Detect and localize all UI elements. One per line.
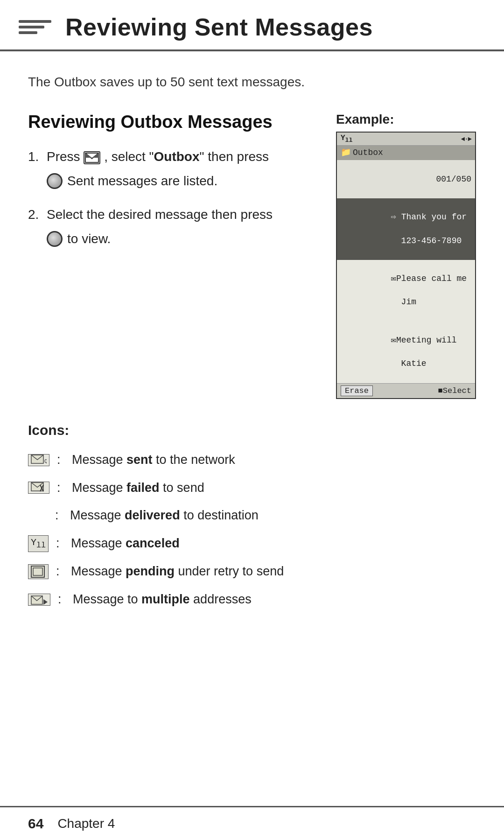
page-title: Reviewing Sent Messages (65, 13, 373, 41)
example-label: Example: (336, 112, 476, 127)
step-1-content: Press , select "Outbox" then press (47, 147, 269, 191)
failed-colon: : (57, 479, 64, 497)
step-2-content: Select the desired message then press to… (47, 205, 273, 249)
step-1: 1. Press , select "Outbox" then press (28, 147, 317, 191)
delivered-text: Message delivered to destination (70, 507, 259, 525)
step-2-sub: to view. (47, 229, 273, 249)
multiple-text: Message to multiple addresses (73, 591, 252, 609)
multiple-colon: : (58, 591, 65, 609)
failed-text: Message failed to send (72, 479, 204, 497)
section-row: Reviewing Outbox Messages 1. Press (28, 112, 476, 399)
outbox-icon: 📁 (341, 147, 351, 159)
canceled-icon: Yll (28, 535, 49, 552)
canceled-colon: : (56, 535, 63, 553)
icon-row-failed: : Message failed to send (28, 479, 476, 497)
step-2-main: Select the desired message then press (47, 205, 273, 224)
steps-list: 1. Press , select "Outbox" then press (28, 147, 317, 249)
outbox-header-row: 📁 Outbox (337, 146, 475, 160)
intro-text: The Outbox saves up to 50 sent text mess… (28, 75, 476, 90)
select-label: ■Select (438, 386, 471, 395)
logo-line-1 (19, 20, 51, 23)
step-2: 2. Select the desired message then press… (28, 205, 317, 249)
pending-colon: : (56, 563, 63, 581)
count-text: 001/050 (436, 175, 471, 184)
signal-icon: Yll (341, 134, 353, 144)
footer-chapter: Chapter 4 (57, 816, 115, 831)
page-header: Reviewing Sent Messages (0, 0, 504, 51)
msg1-icon: ⇨ (391, 212, 396, 222)
svg-rect-7 (33, 568, 42, 575)
count-row: 001/050 (337, 160, 475, 198)
message-row-1: ⇨ Thank you for 123-456-7890 (337, 198, 475, 260)
page-footer: 64 Chapter 4 (0, 806, 504, 840)
step-2-sub-text: to view. (67, 229, 111, 249)
phone-screen: Yll ◄·► 📁 Outbox 001/050 ⇨ Thank you for… (336, 132, 476, 399)
sent-text: Message sent to the network (72, 451, 235, 469)
msg3-icon: ✉ (391, 336, 396, 345)
svg-marker-9 (43, 599, 48, 605)
icon-row-sent: Q : Message sent to the network (28, 451, 476, 469)
arrows-icon: ◄·► (461, 135, 471, 143)
logo-line-2 (19, 26, 44, 28)
circle-button-1 (47, 173, 63, 189)
step-1-num: 1. (28, 147, 47, 167)
sent-colon: : (57, 451, 64, 469)
phone-footer: Erase ■Select (337, 383, 475, 398)
msg2-icon: ✉ (391, 274, 396, 283)
multiple-icon (28, 594, 50, 606)
message-row-2: ✉Please call me Jim (337, 260, 475, 322)
outbox-bold: Outbox (154, 149, 200, 164)
pending-text: Message pending under retry to send (71, 563, 284, 581)
outbox-text: Outbox (353, 147, 383, 159)
step-1-sub-text: Sent messages are listed. (67, 171, 217, 191)
delivered-colon: : (55, 507, 63, 525)
section-heading: Reviewing Outbox Messages (28, 112, 317, 132)
erase-button: Erase (341, 385, 373, 396)
envelope-icon (84, 151, 100, 164)
icon-row-pending: : Message pending under retry to send (28, 563, 476, 581)
footer-page-number: 64 (28, 816, 43, 832)
icons-heading: Icons: (28, 422, 476, 438)
logo-line-3 (19, 31, 37, 34)
icons-section: Icons: Q : Message sent to the network (28, 422, 476, 609)
main-content: The Outbox saves up to 50 sent text mess… (0, 51, 504, 642)
svg-rect-0 (85, 153, 98, 162)
phone-screen-header: Yll ◄·► (337, 133, 475, 146)
canceled-text: Message canceled (71, 535, 180, 553)
icon-row-multiple: : Message to multiple addresses (28, 591, 476, 609)
step-2-num: 2. (28, 205, 47, 224)
icon-row-canceled: Yll : Message canceled (28, 535, 476, 553)
logo (19, 20, 51, 34)
svg-text:Q: Q (44, 458, 47, 464)
step-1-sub: Sent messages are listed. (47, 171, 269, 191)
icon-row-delivered: : Message delivered to destination (28, 507, 476, 525)
failed-icon (28, 482, 49, 494)
step-1-main: Press , select "Outbox" then press (47, 147, 269, 167)
circle-button-2 (47, 231, 63, 247)
sent-icon: Q (28, 454, 49, 466)
pending-icon (28, 564, 49, 579)
section-left: Reviewing Outbox Messages 1. Press (28, 112, 317, 267)
message-row-3: ✉Meeting will Katie (337, 322, 475, 383)
example-panel: Example: Yll ◄·► 📁 Outbox 001/050 (336, 112, 476, 399)
